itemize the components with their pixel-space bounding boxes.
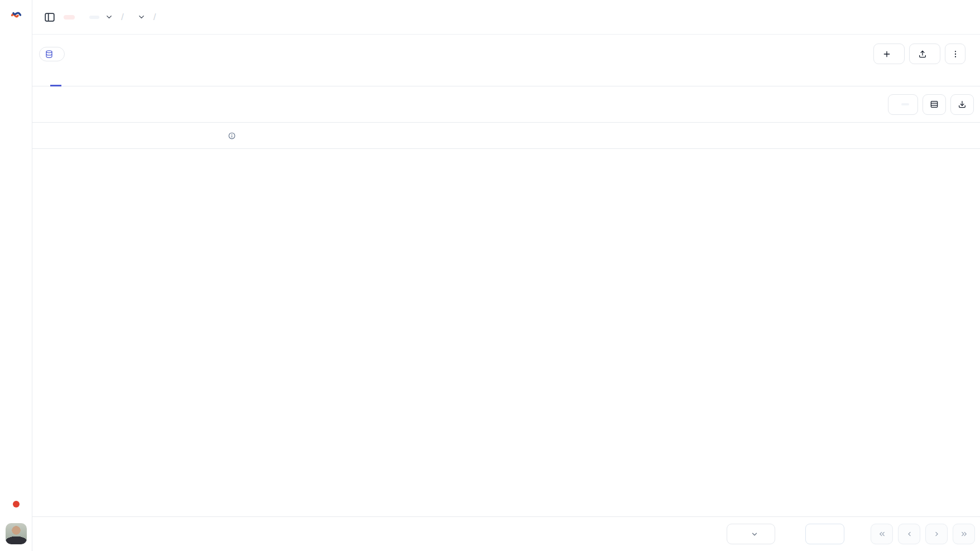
project-chevron-down-icon[interactable] — [137, 13, 146, 21]
items-table — [32, 122, 980, 516]
table-header-row — [32, 122, 980, 149]
columns-button[interactable] — [888, 94, 918, 115]
chevrons-left-icon — [878, 530, 886, 538]
tab-items[interactable] — [50, 79, 61, 86]
breadcrumb-separator: / — [151, 12, 158, 23]
left-sidebar — [0, 0, 32, 551]
columns-count-badge — [901, 103, 909, 105]
kebab-icon — [951, 50, 960, 59]
panel-toggle-icon[interactable] — [41, 9, 58, 26]
more-actions-button[interactable] — [945, 44, 965, 64]
export-button[interactable] — [950, 94, 974, 115]
col-header-source — [219, 132, 284, 140]
pagination-nav — [871, 524, 975, 544]
user-avatar[interactable] — [6, 523, 27, 544]
download-icon — [958, 100, 967, 109]
chevron-down-icon — [751, 530, 758, 538]
app-window: / / — [0, 0, 980, 551]
new-item-button[interactable] — [873, 44, 905, 64]
row-height-button[interactable] — [923, 94, 946, 115]
pagination-bar — [32, 516, 980, 551]
sidebar-bottom — [6, 501, 27, 544]
table-toolbar — [32, 86, 980, 122]
tab-runs[interactable] — [39, 79, 50, 86]
previous-page-button[interactable] — [898, 524, 920, 544]
tab-bar — [32, 64, 980, 86]
next-page-button[interactable] — [925, 524, 948, 544]
breadcrumb: / / — [32, 0, 980, 35]
environment-badge — [64, 15, 75, 20]
chevron-right-icon — [933, 530, 941, 538]
main-area: / / — [32, 0, 980, 551]
plus-icon — [882, 50, 891, 59]
chevrons-right-icon — [960, 530, 968, 538]
rows-per-page-select[interactable] — [727, 524, 775, 544]
header-actions — [873, 44, 965, 64]
langfuse-logo[interactable] — [9, 7, 23, 22]
breadcrumb-separator: / — [119, 12, 126, 23]
upload-icon — [918, 50, 927, 59]
database-icon — [45, 50, 54, 59]
upload-csv-button[interactable] — [909, 44, 940, 64]
org-type-badge — [89, 16, 99, 19]
info-icon[interactable] — [228, 132, 236, 140]
last-page-button[interactable] — [953, 524, 975, 544]
dataset-badge — [39, 47, 65, 61]
page-header — [32, 35, 980, 64]
first-page-button[interactable] — [871, 524, 893, 544]
page-number-input[interactable] — [805, 524, 844, 544]
chevron-left-icon — [905, 530, 914, 538]
row-height-icon — [930, 100, 939, 109]
org-chevron-down-icon[interactable] — [105, 13, 113, 21]
record-dot-icon[interactable] — [13, 501, 20, 508]
